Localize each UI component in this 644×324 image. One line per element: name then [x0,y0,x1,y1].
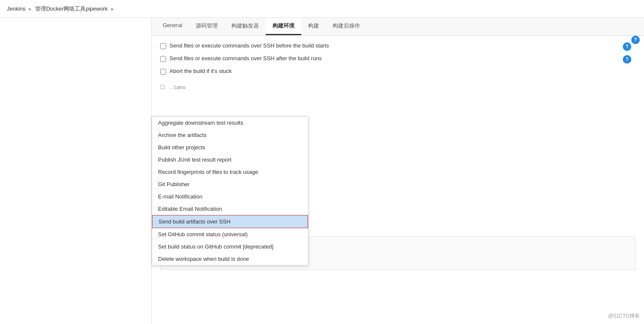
dropdown-item-archive-artifacts[interactable]: Archive the artifacts [152,129,308,141]
tab-triggers[interactable]: 构建触发器 [225,18,266,35]
breadcrumb-arrow-2: ► [110,6,115,11]
ssh-after-checkbox[interactable] [160,56,166,62]
watermark: @51CTO博客 [608,313,640,320]
dropdown-menu: Aggregate downstream test resultsArchive… [152,116,308,265]
tab-environment[interactable]: 构建环境 [266,18,301,35]
tab-build[interactable]: 构建 [301,18,326,35]
ssh-before-label: Send files or execute commands over SSH … [169,42,329,49]
main-content: General 源码管理 构建触发器 构建环境 构建 构建后操作 Send fi… [152,18,644,324]
ssh-before-checkbox[interactable] [160,43,166,49]
dropdown-item-build-other[interactable]: Build other projects [152,141,308,154]
sidebar [0,18,152,324]
dropdown-item-email-notification[interactable]: E-mail Notification [152,190,308,203]
ssh-after-label: Send files or execute commands over SSH … [169,55,322,61]
dropdown-item-git-publisher[interactable]: Git Publisher [152,178,308,190]
tab-general[interactable]: General [156,18,189,35]
dropdown-item-set-build-status[interactable]: Set build status on GitHub commit [depre… [152,240,308,253]
dropdown-item-editable-email[interactable]: Editable Email Notification [152,203,308,215]
scan-text: ☐ …cans ? [160,84,186,90]
content-area: Send files or execute commands over SSH … [152,36,644,277]
abort-stuck-label: Abort the build if it's stuck [169,68,232,74]
ssh-before-row: Send files or execute commands over SSH … [160,42,636,49]
dropdown-item-aggregate-downstream[interactable]: Aggregate downstream test results [152,117,308,129]
project-link[interactable]: 管理Docker网络工具pipework [35,5,108,13]
dropdown-item-send-ssh[interactable]: Send build artifacts over SSH [152,215,308,228]
dropdown-item-delete-workspace[interactable]: Delete workspace when build is done [152,253,308,265]
jenkins-link[interactable]: Jenkins [7,6,25,12]
breadcrumb-bar: Jenkins ► 管理Docker网络工具pipework ► [0,0,644,18]
tabs-bar: General 源码管理 构建触发器 构建环境 构建 构建后操作 [152,18,644,36]
ssh-after-row: Send files or execute commands over SSH … [160,55,636,62]
dropdown-item-set-github-status[interactable]: Set GitHub commit status (universal) [152,228,308,240]
ssh-after-help-icon[interactable]: ? [623,55,631,64]
dropdown-item-record-fingerprints[interactable]: Record fingerprints of files to track us… [152,166,308,178]
dropdown-item-publish-junit[interactable]: Publish JUnit test result report [152,154,308,166]
abort-stuck-row: Abort the build if it's stuck [160,68,636,75]
tab-source[interactable]: 源码管理 [189,18,225,35]
ssh-before-help-icon[interactable]: ? [623,42,631,51]
breadcrumb-arrow-1: ► [28,6,33,11]
tab-post[interactable]: 构建后操作 [326,18,367,35]
scan-area: ☐ …cans ? [160,81,636,94]
abort-stuck-checkbox[interactable] [160,69,166,75]
scan-help-icon[interactable]: ? [631,36,640,44]
